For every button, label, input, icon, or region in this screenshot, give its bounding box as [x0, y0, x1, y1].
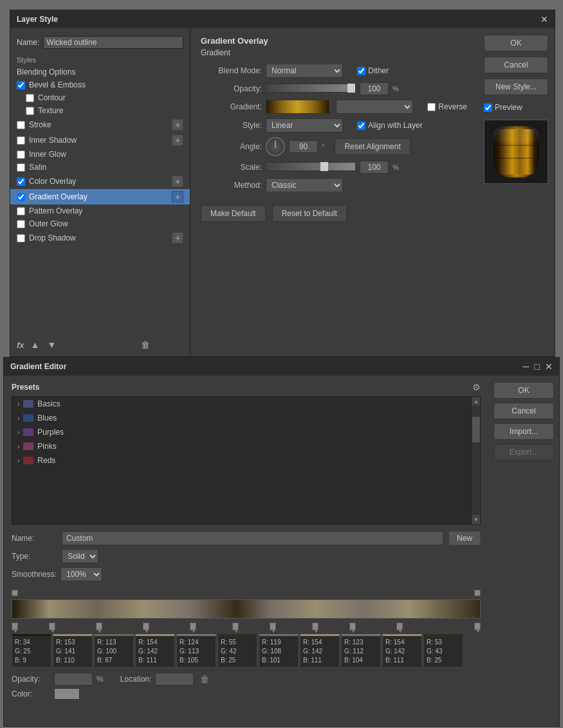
satin-item[interactable]: Satin	[10, 161, 190, 174]
inner-shadow-item[interactable]: Inner Shadow +	[10, 132, 190, 148]
stop-value-5[interactable]: R: 55G: 42B: 25	[217, 634, 257, 668]
cancel-button[interactable]: Cancel	[484, 57, 548, 73]
stop-value-8[interactable]: R: 123G: 112B: 104	[341, 634, 381, 668]
smoothness-select[interactable]: 100%	[60, 567, 102, 581]
move-up-button[interactable]: ▲	[30, 338, 41, 351]
gear-icon[interactable]: ⚙	[472, 382, 481, 392]
delete-stop-icon[interactable]: 🗑	[200, 674, 209, 684]
stop-value-7[interactable]: R: 154G: 142B: 111	[300, 634, 340, 668]
gradient-bar[interactable]	[12, 599, 481, 619]
color-overlay-plus[interactable]: +	[172, 176, 183, 187]
stop-value-4[interactable]: R: 124G: 113B: 105	[176, 634, 216, 668]
stop-value-9[interactable]: R: 154G: 142B: 111	[382, 634, 422, 668]
stop-value-3[interactable]: R: 154G: 142B: 111	[135, 634, 175, 668]
stop-value-6[interactable]: R: 119G: 108B: 101	[259, 634, 299, 668]
drop-shadow-checkbox[interactable]	[17, 234, 25, 242]
scale-input[interactable]	[360, 161, 389, 174]
texture-checkbox[interactable]	[26, 107, 34, 115]
minimize-icon[interactable]: ─	[523, 361, 530, 372]
outer-glow-checkbox[interactable]	[17, 220, 25, 228]
preset-folder-pinks[interactable]: › Pinks	[12, 439, 480, 453]
opacity-slider[interactable]	[266, 84, 356, 93]
color-overlay-checkbox[interactable]	[17, 177, 25, 186]
stroke-plus[interactable]: +	[172, 119, 183, 131]
preset-folder-basics[interactable]: › Basics	[12, 397, 480, 411]
ge-ok-button[interactable]: OK	[494, 382, 554, 399]
inner-glow-item[interactable]: Inner Glow	[10, 148, 190, 161]
ge-type-select[interactable]: Solid	[62, 549, 98, 563]
ge-cancel-button[interactable]: Cancel	[494, 403, 554, 419]
preset-folder-purples[interactable]: › Purples	[12, 425, 480, 439]
contour-item[interactable]: Contour	[10, 91, 190, 104]
bevel-emboss-item[interactable]: Bevel & Emboss	[10, 78, 190, 91]
stroke-checkbox[interactable]	[17, 121, 25, 129]
angle-input[interactable]	[289, 140, 318, 153]
reverse-checkbox[interactable]	[427, 103, 436, 111]
color-stop-10[interactable]	[474, 623, 481, 630]
top-stop-left[interactable]	[12, 590, 18, 596]
stop-value-0[interactable]: R: 34G: 25B: 9	[12, 634, 51, 668]
name-input[interactable]: Wicked outline	[43, 36, 183, 49]
color-stop-8[interactable]	[349, 623, 356, 630]
dither-checkbox[interactable]	[357, 67, 365, 75]
align-checkbox[interactable]	[357, 122, 365, 130]
color-swatch[interactable]	[54, 688, 80, 700]
style-select[interactable]: Linear	[266, 118, 343, 132]
contour-checkbox[interactable]	[26, 94, 34, 102]
color-stop-4[interactable]	[190, 623, 196, 630]
maximize-icon[interactable]: □	[535, 361, 540, 372]
top-stop-right[interactable]	[474, 590, 481, 596]
gradient-dropdown[interactable]	[336, 100, 413, 114]
preview-checkbox[interactable]	[484, 104, 492, 112]
reset-default-button[interactable]: Reset to Default	[272, 205, 347, 222]
new-gradient-button[interactable]: New	[448, 531, 481, 545]
satin-checkbox[interactable]	[17, 163, 25, 172]
preset-folder-reds[interactable]: › Reds	[12, 453, 480, 468]
color-stop-3[interactable]	[143, 623, 149, 630]
angle-knob[interactable]	[266, 137, 285, 156]
color-stop-7[interactable]	[312, 623, 318, 630]
blending-options-item[interactable]: Blending Options	[10, 66, 190, 78]
scroll-thumb[interactable]	[472, 417, 480, 442]
new-style-button[interactable]: New Style...	[484, 78, 548, 95]
gradient-overlay-item[interactable]: Gradient Overlay +	[10, 189, 190, 205]
inner-shadow-checkbox[interactable]	[17, 136, 25, 145]
gradient-overlay-plus[interactable]: +	[172, 191, 183, 203]
drop-shadow-item[interactable]: Drop Shadow +	[10, 230, 190, 246]
outer-glow-item[interactable]: Outer Glow	[10, 217, 190, 230]
blend-mode-select[interactable]: Normal	[266, 64, 343, 78]
color-stop-0[interactable]	[12, 623, 18, 630]
stop-value-2[interactable]: R: 113G: 100B: 87	[94, 634, 134, 668]
inner-shadow-plus[interactable]: +	[172, 134, 183, 146]
color-stop-9[interactable]	[396, 623, 403, 630]
color-stop-6[interactable]	[270, 623, 276, 630]
bevel-emboss-checkbox[interactable]	[17, 81, 25, 89]
texture-item[interactable]: Texture	[10, 104, 190, 117]
stop-value-10[interactable]: R: 53G: 43B: 25	[423, 634, 463, 668]
inner-glow-checkbox[interactable]	[17, 150, 25, 159]
delete-style-button[interactable]: 🗑	[140, 338, 151, 351]
color-stop-2[interactable]	[96, 623, 102, 630]
opacity-input[interactable]	[360, 82, 389, 95]
scale-slider[interactable]	[266, 162, 356, 171]
ge-opacity-input[interactable]	[54, 673, 93, 686]
ge-import-button[interactable]: Import...	[494, 423, 554, 440]
preset-folder-blues[interactable]: › Blues	[12, 411, 480, 425]
ok-button[interactable]: OK	[484, 35, 548, 51]
ge-location-input[interactable]	[155, 673, 194, 686]
ge-name-input[interactable]: Custom	[62, 531, 443, 545]
pattern-overlay-item[interactable]: Pattern Overlay	[10, 205, 190, 217]
pattern-overlay-checkbox[interactable]	[17, 207, 25, 215]
stroke-item[interactable]: Stroke +	[10, 117, 190, 132]
scroll-down-icon[interactable]: ▼	[472, 515, 481, 524]
gradient-preview[interactable]	[266, 100, 329, 114]
method-select[interactable]: Classic	[266, 178, 343, 192]
color-stop-5[interactable]	[232, 623, 239, 630]
drop-shadow-plus[interactable]: +	[172, 232, 183, 244]
make-default-button[interactable]: Make Default	[201, 205, 266, 222]
close-gradient-editor-icon[interactable]: ✕	[545, 361, 553, 372]
close-icon[interactable]: ✕	[540, 14, 548, 24]
gradient-overlay-checkbox[interactable]	[17, 193, 25, 201]
move-down-button[interactable]: ▼	[46, 338, 57, 351]
color-stop-1[interactable]	[49, 623, 55, 630]
